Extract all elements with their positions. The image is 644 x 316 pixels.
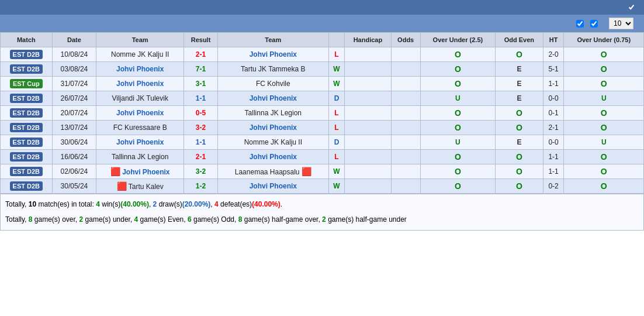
cell-over-under2: O [564,121,644,135]
cell-over-under: U [420,135,495,150]
cell-outcome: W [328,179,345,194]
cell-match: EST D2B [1,179,53,194]
col-match: Match [1,33,53,47]
col-date: Date [52,33,96,47]
match-badge: EST D2B [10,152,43,162]
cell-date: 13/07/24 [52,121,96,135]
cell-handicap [345,164,391,179]
cell-match: EST D2B [1,121,53,135]
cell-team1: 🟥 Tartu Kalev [96,179,184,194]
cell-over-under2: U [564,135,644,150]
cell-over-under: O [420,121,495,135]
last-games-select[interactable]: 5 10 15 20 25 30 [609,18,633,29]
cell-team2: Tallinna JK Legion [217,106,328,121]
cell-date: 16/06/24 [52,150,96,164]
draws-pct: (20.00%) [182,200,211,208]
display-notes-checkbox[interactable] [628,4,635,11]
cell-over-under: O [420,77,495,91]
col-handicap: Handicap [345,33,391,47]
cell-over-under: O [420,62,495,77]
cell-over-under: O [420,150,495,164]
match-badge: EST Cup [10,79,43,88]
match-badge: EST D2B [10,138,43,147]
cell-odd-even: E [496,135,543,150]
cell-ht: 2-0 [543,47,564,62]
footer-line2: Totally, 8 game(s) over, 2 game(s) under… [5,212,639,228]
cell-odd-even: O [496,121,543,135]
table-row: EST D2B 26/07/24 Viljandi JK Tulevik 1-1… [1,91,644,106]
table-header-row: Match Date Team Result Team Handicap Odd… [1,33,644,47]
over-games: 8 [29,215,33,224]
cell-odd-even: O [496,150,543,164]
cell-team2: Tartu JK Tammeka B [217,62,328,77]
cell-team1: Tallinna JK Legion [96,150,184,164]
est-d2b-filter[interactable] [590,20,600,28]
draws-count: 2 [153,200,157,208]
total-matches: 10 [29,200,36,208]
cell-odds [391,91,420,106]
cell-odds [391,106,420,121]
table-row: EST D2B 20/07/24 Johvi Phoenix 0-5 Talli… [1,106,644,121]
cell-date: 02/06/24 [52,164,96,179]
cell-match: EST D2B [1,62,53,77]
scores-table: Match Date Team Result Team Handicap Odd… [0,32,644,194]
col-team1: Team [96,33,184,47]
cell-team1: FC Kuressaare B [96,121,184,135]
est-cup-checkbox[interactable] [576,20,584,28]
cell-over-under2: O [564,164,644,179]
cell-team2: Johvi Phoenix [217,150,328,164]
cell-handicap [345,135,391,150]
cell-date: 03/08/24 [52,62,96,77]
cell-result: 1-1 [184,135,218,150]
cell-handicap [345,62,391,77]
match-badge: EST D2B [10,50,43,59]
cell-outcome: W [328,164,345,179]
cell-handicap [345,47,391,62]
wins-count: 4 [96,200,100,208]
col-odds: Odds [391,33,420,47]
cell-odds [391,47,420,62]
est-d2b-checkbox[interactable] [590,20,598,28]
est-cup-filter[interactable] [576,20,586,28]
cell-odds [391,135,420,150]
table-row: EST D2B 13/07/24 FC Kuressaare B 3-2 Joh… [1,121,644,135]
cell-outcome: W [328,77,345,91]
match-badge: EST D2B [10,123,43,132]
col-over-under2: Over Under (0.75) [564,33,644,47]
cell-date: 31/07/24 [52,77,96,91]
cell-outcome: W [328,62,345,77]
col-team2: Team [217,33,328,47]
match-badge: EST D2B [10,108,43,118]
cell-ht: 1-1 [543,77,564,91]
table-row: EST D2B 30/06/24 Johvi Phoenix 1-1 Nomme… [1,135,644,150]
table-row: EST Cup 31/07/24 Johvi Phoenix 3-1 FC Ko… [1,77,644,91]
defeats-pct: (40.00%) [252,200,281,208]
cell-date: 20/07/24 [52,106,96,121]
cell-team1: Johvi Phoenix [96,135,184,150]
cell-result: 1-2 [184,179,218,194]
cell-odd-even: O [496,47,543,62]
cell-odd-even: O [496,164,543,179]
filter-bar: 5 10 15 20 25 30 [0,15,644,32]
table-row: EST D2B 03/08/24 Johvi Phoenix 7-1 Tartu… [1,62,644,77]
cell-odd-even: E [496,77,543,91]
match-badge: EST D2B [10,167,43,176]
cell-ht: 0-0 [543,135,564,150]
cell-over-under2: O [564,62,644,77]
cell-team1: Viljandi JK Tulevik [96,91,184,106]
cell-team2: Johvi Phoenix [217,91,328,106]
cell-match: EST D2B [1,150,53,164]
cell-result: 2-1 [184,150,218,164]
cell-outcome: L [328,150,345,164]
even-games: 4 [134,215,139,224]
cell-match: EST D2B [1,106,53,121]
match-badge: EST D2B [10,64,43,74]
cell-result: 7-1 [184,62,218,77]
cell-ht: 1-1 [543,164,564,179]
cell-team2: Johvi Phoenix [217,179,328,194]
cell-team2: Johvi Phoenix [217,47,328,62]
cell-handicap [345,91,391,106]
col-odd-even: Odd Even [496,33,543,47]
cell-ht: 0-2 [543,179,564,194]
wins-pct: (40.00%) [120,200,149,208]
